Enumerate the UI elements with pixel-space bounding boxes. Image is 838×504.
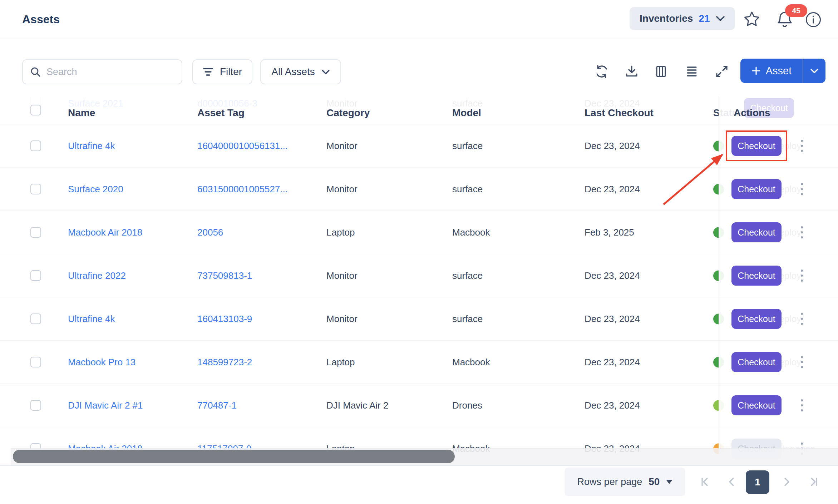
- row-menu-icon[interactable]: [799, 397, 805, 414]
- row-checkbox[interactable]: [30, 184, 41, 194]
- inventories-dropdown[interactable]: Inventories 21: [630, 7, 735, 30]
- category-cell: Monitor: [326, 140, 358, 152]
- checkout-button[interactable]: Checkout: [731, 309, 782, 329]
- actions-cell: Checkout: [719, 124, 838, 167]
- filter-label: Filter: [220, 66, 242, 78]
- row-menu-icon[interactable]: [799, 181, 805, 197]
- last-checkout-cell: Dec 23, 2024: [585, 313, 640, 325]
- actions-cell: Checkout: [719, 341, 838, 384]
- inventories-label: Inventories: [640, 13, 693, 24]
- next-page-icon[interactable]: [782, 477, 792, 487]
- asset-tag-link[interactable]: 160413103-9: [197, 313, 252, 325]
- category-cell: Laptop: [326, 357, 355, 368]
- expand-icon[interactable]: [715, 64, 729, 79]
- last-checkout-cell: Feb 3, 2025: [585, 227, 634, 238]
- page: Assets Inventories 21 45 Filter: [0, 0, 838, 504]
- checkout-button[interactable]: Checkout: [731, 266, 782, 286]
- row-checkbox[interactable]: [30, 357, 41, 367]
- asset-tag-link[interactable]: 1604000010056131...: [197, 140, 288, 152]
- row-menu-icon[interactable]: [799, 354, 805, 370]
- last-checkout-cell: Dec 23, 2024: [585, 400, 640, 411]
- model-cell: surface: [452, 184, 483, 195]
- row-menu-icon[interactable]: [799, 138, 805, 154]
- asset-tag-link[interactable]: 737509813-1: [197, 270, 252, 281]
- previous-page-icon[interactable]: [727, 477, 737, 487]
- actions-cell: Checkout: [719, 297, 838, 340]
- add-asset-label: Asset: [766, 65, 792, 77]
- search-input-wrap: [22, 59, 182, 84]
- search-icon: [30, 66, 41, 77]
- row-menu-icon[interactable]: [799, 267, 805, 284]
- model-cell: surface: [452, 313, 483, 325]
- add-asset-menu-button[interactable]: [803, 59, 825, 83]
- last-checkout-cell: Dec 23, 2024: [585, 184, 640, 195]
- category-cell: DJI Mavic Air 2: [326, 400, 388, 411]
- last-page-icon[interactable]: [809, 477, 819, 487]
- category-cell: Monitor: [326, 184, 358, 195]
- columns-icon[interactable]: [654, 64, 668, 79]
- checkout-button[interactable]: Checkout: [731, 395, 782, 415]
- row-height-icon[interactable]: [685, 64, 699, 79]
- search-input[interactable]: [46, 66, 174, 78]
- row-menu-icon[interactable]: [799, 311, 805, 327]
- checkout-button[interactable]: Checkout: [731, 179, 782, 199]
- row-checkbox[interactable]: [30, 400, 41, 411]
- model-cell: surface: [452, 270, 483, 281]
- first-page-icon[interactable]: [700, 477, 710, 487]
- asset-tag-link[interactable]: 148599723-2: [197, 357, 252, 368]
- asset-name-link[interactable]: Ultrafine 4k: [68, 140, 115, 152]
- last-checkout-cell: Dec 23, 2024: [585, 357, 640, 368]
- column-header-category: Category: [326, 107, 370, 119]
- asset-tag-link[interactable]: 20056: [197, 227, 223, 238]
- rows-per-page-dropdown[interactable]: Rows per page 50: [565, 468, 685, 496]
- category-cell: Laptop: [326, 227, 355, 238]
- checkout-button[interactable]: Checkout: [731, 136, 782, 156]
- app-header: Assets Inventories 21 45: [0, 0, 838, 39]
- filter-icon: [203, 67, 213, 76]
- table-row: Macbook Pro 13 148599723-2 Laptop Macboo…: [0, 341, 838, 384]
- asset-name-link[interactable]: Macbook Air 2018: [68, 227, 142, 238]
- column-header-asset-tag: Asset Tag: [197, 107, 245, 119]
- caret-down-icon: [666, 480, 672, 484]
- asset-name-link[interactable]: Ultrafine 2022: [68, 270, 126, 281]
- asset-view-dropdown[interactable]: All Assets: [260, 59, 341, 84]
- asset-name-link[interactable]: Surface 2020: [68, 184, 123, 195]
- last-checkout-cell: Dec 23, 2024: [585, 270, 640, 281]
- table-body: Ultrafine 4k 1604000010056131... Monitor…: [0, 124, 838, 466]
- asset-name-link[interactable]: Macbook Pro 13: [68, 357, 135, 368]
- asset-name-link[interactable]: DJI Mavic Air 2 #1: [68, 400, 143, 411]
- table-row: Ultrafine 2022 737509813-1 Monitor surfa…: [0, 254, 838, 297]
- row-checkbox[interactable]: [30, 270, 41, 281]
- category-cell: Monitor: [326, 270, 358, 281]
- column-header-last-checkout: Last Checkout: [585, 107, 654, 119]
- checkout-button[interactable]: Checkout: [731, 352, 782, 372]
- actions-cell: Checkout: [719, 211, 838, 254]
- filter-button[interactable]: Filter: [192, 59, 252, 84]
- page-title: Assets: [22, 13, 60, 26]
- table-row: Surface 2020 6031500001005527... Monitor…: [0, 168, 838, 211]
- table-row: DJI Mavic Air 2 #1 770487-1 DJI Mavic Ai…: [0, 384, 838, 427]
- model-cell: surface: [452, 140, 483, 152]
- row-menu-icon[interactable]: [799, 224, 805, 241]
- add-asset-button[interactable]: Asset: [740, 59, 825, 83]
- current-page-button[interactable]: 1: [746, 470, 769, 494]
- checkout-button[interactable]: Checkout: [731, 222, 782, 242]
- actions-header-cell: Checkout Actions: [719, 97, 838, 124]
- column-header-actions: Actions: [734, 107, 770, 119]
- row-checkbox[interactable]: [30, 227, 41, 238]
- select-all-checkbox[interactable]: [30, 105, 41, 115]
- horizontal-scrollbar-thumb[interactable]: [13, 450, 455, 463]
- row-checkbox[interactable]: [30, 313, 41, 324]
- asset-name-link[interactable]: Ultrafine 4k: [68, 313, 115, 325]
- assets-table: Surface 2021 d000010056-3 Monitor surfac…: [0, 97, 838, 466]
- asset-tag-link[interactable]: 770487-1: [197, 400, 237, 411]
- star-icon[interactable]: [743, 11, 760, 28]
- asset-tag-link[interactable]: 6031500001005527...: [197, 184, 288, 195]
- chevron-down-icon: [716, 16, 725, 21]
- model-cell: Macbook: [452, 357, 490, 368]
- header-backdrop: [0, 97, 838, 124]
- info-icon[interactable]: [805, 11, 822, 28]
- row-checkbox[interactable]: [30, 140, 41, 151]
- download-icon[interactable]: [625, 64, 639, 79]
- refresh-icon[interactable]: [595, 64, 609, 79]
